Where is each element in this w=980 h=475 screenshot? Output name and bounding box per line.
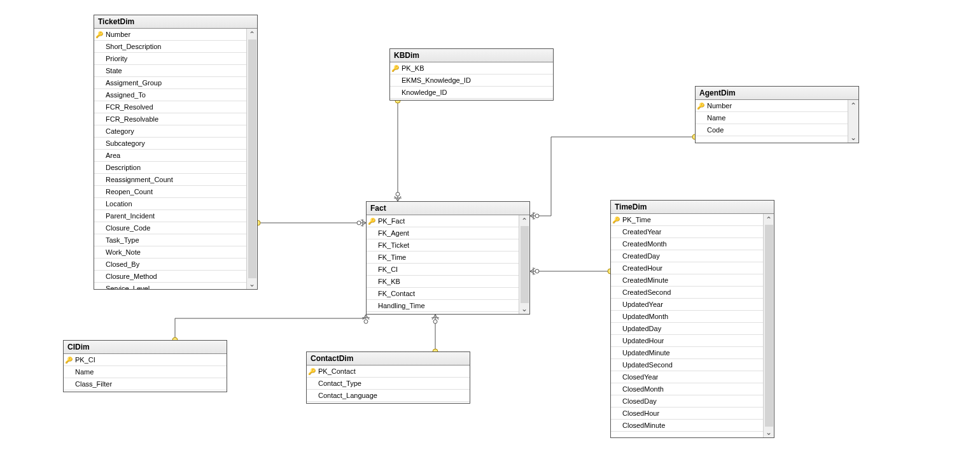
column-row[interactable]: 🔑PK_KB (390, 62, 553, 74)
column-name: FCR_Resolvable (104, 115, 158, 123)
column-name: Description (104, 164, 141, 171)
column-row[interactable]: 🔑Number (94, 29, 246, 41)
column-row[interactable]: CreatedSecond (611, 287, 763, 299)
column-row[interactable]: Reopen_Count (94, 186, 246, 198)
column-row[interactable]: Description (94, 162, 246, 174)
column-name: Short_Description (104, 43, 161, 50)
scroll-up-icon[interactable]: ⌃ (521, 216, 529, 225)
column-row[interactable]: Contact_Language (307, 390, 470, 402)
column-row[interactable]: EKMS_Knowledge_ID (390, 74, 553, 87)
column-row[interactable]: FK_Ticket (367, 239, 519, 252)
scrollbar[interactable]: ⌃⌄ (763, 214, 774, 437)
column-row[interactable]: 🔑PK_Time (611, 214, 763, 226)
table-cidim[interactable]: CIDim🔑PK_CINameClass_Filter (63, 340, 227, 392)
column-name: Name (706, 114, 725, 122)
column-row[interactable]: FCR_Resolved (94, 101, 246, 113)
scroll-down-icon[interactable]: ⌄ (521, 304, 529, 313)
table-agentdim[interactable]: AgentDim🔑NumberNameCode⌃⌄ (695, 86, 859, 143)
column-row[interactable]: FK_KB (367, 276, 519, 288)
column-row[interactable]: Short_Description (94, 41, 246, 53)
column-row[interactable]: CreatedMonth (611, 238, 763, 250)
column-row[interactable]: Name (64, 366, 227, 378)
scroll-up-icon[interactable]: ⌃ (248, 30, 256, 38)
scroll-thumb[interactable] (248, 39, 256, 278)
table-contactdim[interactable]: ContactDim🔑PK_ContactContact_TypeContact… (306, 351, 470, 404)
column-row[interactable]: ClosedHour (611, 408, 763, 420)
scroll-up-icon[interactable]: ⌃ (850, 101, 858, 110)
svg-point-5 (535, 214, 539, 218)
column-row[interactable]: Assigned_To (94, 89, 246, 101)
scrollbar[interactable]: ⌃⌄ (848, 100, 858, 143)
column-name: Closure_Code (104, 224, 150, 232)
column-row[interactable]: UpdatedMonth (611, 311, 763, 323)
column-row[interactable]: Name (696, 112, 848, 124)
column-row[interactable]: Contact_Type (307, 378, 470, 390)
column-row[interactable]: Closed_By (94, 259, 246, 271)
column-row[interactable]: CreatedMinute (611, 274, 763, 287)
column-row[interactable]: ClosedYear (611, 371, 763, 383)
column-row[interactable]: 🔑PK_Contact (307, 365, 470, 378)
scroll-thumb[interactable] (521, 226, 529, 303)
scroll-thumb[interactable] (765, 225, 773, 427)
column-row[interactable]: Category (94, 125, 246, 138)
scrollbar[interactable]: ⌃⌄ (519, 215, 529, 314)
column-row[interactable]: Class_Filter (64, 378, 227, 390)
column-row[interactable]: Task_Type (94, 234, 246, 246)
column-row[interactable]: Knowledge_ID (390, 87, 553, 99)
column-row[interactable]: Reassignment_Count (94, 174, 246, 186)
table-fact[interactable]: Fact🔑PK_FactFK_AgentFK_TicketFK_TimeFK_C… (366, 201, 530, 315)
column-row[interactable]: 🔑Number (696, 100, 848, 112)
column-row[interactable]: Parent_Incident (94, 210, 246, 222)
column-row[interactable]: 🔑PK_Fact (367, 215, 519, 227)
column-row[interactable]: UpdatedHour (611, 335, 763, 347)
table-timedim[interactable]: TimeDim🔑PK_TimeCreatedYearCreatedMonthCr… (610, 200, 774, 438)
scroll-down-icon[interactable]: ⌄ (850, 133, 858, 141)
column-row[interactable]: Subcategory (94, 138, 246, 150)
column-row[interactable]: UpdatedMinute (611, 347, 763, 359)
column-name: Closure_Method (104, 273, 157, 280)
table-ticketdim[interactable]: TicketDim🔑NumberShort_DescriptionPriorit… (94, 15, 258, 290)
column-name: State (104, 67, 122, 74)
column-row[interactable]: Code (696, 124, 848, 136)
column-row[interactable]: Area (94, 150, 246, 162)
table-title: AgentDim (696, 87, 858, 100)
column-row[interactable]: UpdatedYear (611, 299, 763, 311)
column-row[interactable]: CreatedDay (611, 250, 763, 262)
scroll-up-icon[interactable]: ⌃ (765, 215, 773, 223)
scroll-down-icon[interactable]: ⌄ (765, 428, 773, 436)
column-row[interactable]: Closure_Method (94, 271, 246, 283)
column-name: Code (706, 126, 724, 134)
column-row[interactable]: ClosedMinute (611, 420, 763, 432)
column-name: Parent_Incident (104, 212, 155, 220)
column-row[interactable]: ClosedDay (611, 395, 763, 408)
column-name: Contact_Language (317, 392, 377, 399)
column-row[interactable]: Handling_Time (367, 300, 519, 312)
column-row[interactable]: Location (94, 198, 246, 210)
column-row[interactable]: Work_Note (94, 246, 246, 259)
table-title: Fact (367, 202, 529, 215)
table-kbdim[interactable]: KBDim🔑PK_KBEKMS_Knowledge_IDKnowledge_ID (389, 48, 554, 101)
column-row[interactable]: FK_Agent (367, 227, 519, 239)
table-title: TicketDim (94, 15, 257, 29)
column-row[interactable]: UpdatedDay (611, 323, 763, 335)
column-row[interactable]: CreatedHour (611, 262, 763, 274)
column-row[interactable]: CreatedYear (611, 226, 763, 238)
column-row[interactable]: Priority (94, 53, 246, 65)
column-name: FK_Time (377, 253, 406, 261)
column-name: Priority (104, 55, 127, 62)
column-row[interactable]: FK_Time (367, 252, 519, 264)
scrollbar[interactable]: ⌃⌄ (246, 29, 257, 289)
column-row[interactable]: FCR_Resolvable (94, 113, 246, 125)
column-row[interactable]: ClosedMonth (611, 383, 763, 395)
column-row[interactable]: 🔑PK_CI (64, 354, 227, 366)
scroll-down-icon[interactable]: ⌄ (248, 280, 256, 288)
column-row[interactable]: FK_CI (367, 264, 519, 276)
column-row[interactable]: Assigment_Group (94, 77, 246, 89)
column-row[interactable]: State (94, 65, 246, 77)
column-name: Work_Note (104, 248, 141, 256)
primary-key-icon: 🔑 (64, 357, 74, 364)
column-row[interactable]: UpdatedSecond (611, 359, 763, 371)
column-row[interactable]: Service_Level (94, 283, 246, 289)
column-row[interactable]: Closure_Code (94, 222, 246, 234)
column-row[interactable]: FK_Contact (367, 288, 519, 300)
